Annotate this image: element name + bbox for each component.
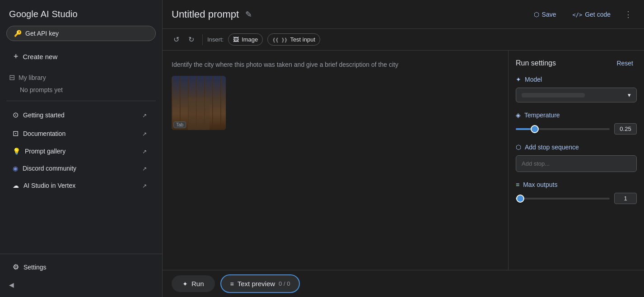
save-button[interactable]: Save	[528, 8, 562, 21]
text-preview-button[interactable]: Text preview 0 / 0	[220, 274, 300, 293]
prompt-text: Identify the city where this photo was t…	[172, 60, 499, 70]
getting-started-icon	[13, 111, 19, 119]
sidebar-divider-1	[6, 101, 156, 101]
create-new-button[interactable]: Create new	[6, 47, 156, 66]
insert-label: Insert:	[207, 36, 224, 43]
external-link-icon-vertex	[142, 182, 149, 189]
edit-title-button[interactable]	[243, 8, 254, 21]
run-settings-panel: Run settings Reset Model ▾	[509, 51, 644, 270]
vertex-icon	[13, 182, 19, 189]
get-code-button[interactable]: Get code	[567, 8, 616, 21]
undo-button[interactable]	[170, 32, 183, 46]
prompt-gallery-label: Prompt gallery	[25, 148, 65, 155]
sidebar-bottom: Settings	[0, 254, 162, 297]
test-input-label: Test input	[290, 36, 315, 43]
more-icon	[624, 12, 632, 19]
my-library-label: My library	[19, 74, 46, 81]
model-section: Model ▾	[516, 76, 637, 102]
sidebar-item-prompt-gallery[interactable]: Prompt gallery	[4, 143, 159, 159]
panel-header: Run settings Reset	[516, 58, 637, 69]
temperature-slider-track	[516, 128, 610, 130]
temperature-section: Temperature 0.25	[516, 111, 637, 135]
run-button[interactable]: Run	[172, 275, 215, 292]
external-link-icon-discord	[142, 165, 149, 172]
image-label: Image	[242, 36, 258, 43]
code-icon	[572, 11, 582, 18]
toolbar-divider	[202, 34, 203, 45]
discord-community-label: Discord community	[23, 165, 76, 172]
stop-sequence-label: Add stop sequence	[516, 144, 637, 151]
model-section-label: Model	[516, 76, 637, 83]
max-outputs-slider-track	[516, 198, 610, 200]
api-key-button[interactable]: Get API key	[6, 26, 156, 41]
max-outputs-slider-thumb[interactable]	[516, 195, 524, 203]
test-input-button[interactable]: Test input	[267, 33, 320, 46]
editor-toolbar: Insert: Image Test input	[163, 29, 644, 51]
preview-counter: 0 / 0	[279, 280, 290, 287]
collapse-icon	[9, 281, 14, 289]
external-link-icon-docs	[142, 130, 149, 137]
tab-badge: Tab	[173, 121, 186, 128]
bottom-bar: Run Text preview 0 / 0	[163, 270, 644, 297]
prompt-image-container: Tab	[172, 76, 226, 130]
sidebar-item-vertex[interactable]: AI Studio in Vertex	[4, 177, 159, 194]
image-icon	[233, 36, 239, 43]
prompt-title-area: Untitled prompt	[172, 8, 523, 21]
settings-icon	[13, 263, 19, 271]
header-actions: Save Get code	[528, 7, 635, 22]
api-key-label: Get API key	[25, 30, 59, 37]
stop-sequence-input[interactable]	[516, 155, 637, 172]
dropdown-chevron-icon: ▾	[628, 92, 631, 98]
external-link-icon	[142, 111, 149, 119]
run-label: Run	[191, 280, 204, 288]
run-icon	[182, 280, 188, 288]
getting-started-label: Getting started	[23, 111, 65, 119]
temperature-slider-thumb[interactable]	[531, 125, 539, 133]
max-outputs-value[interactable]: 1	[614, 193, 637, 204]
temperature-section-label: Temperature	[516, 111, 637, 119]
library-icon	[9, 73, 15, 82]
temperature-icon	[516, 111, 521, 119]
edit-icon	[245, 12, 252, 19]
more-options-button[interactable]	[621, 7, 635, 22]
outputs-icon	[516, 181, 519, 188]
preview-icon	[230, 280, 234, 288]
add-stop-sequence-label: Add stop sequence	[525, 144, 579, 151]
run-settings-title: Run settings	[516, 59, 556, 67]
stop-icon	[516, 144, 521, 151]
my-library-section: My library	[0, 70, 162, 84]
reset-button[interactable]: Reset	[613, 58, 637, 69]
temperature-value[interactable]: 0.25	[614, 123, 637, 135]
temperature-slider-container: 0.25	[516, 123, 637, 135]
no-prompts-label: No prompts yet	[20, 86, 63, 93]
model-selected-text	[522, 93, 585, 97]
sidebar-item-documentation[interactable]: Documentation	[4, 125, 159, 142]
undo-icon	[173, 35, 179, 44]
save-icon	[534, 11, 539, 18]
collapse-sidebar-button[interactable]	[0, 276, 162, 293]
braces-icon	[272, 36, 287, 43]
model-icon	[516, 76, 521, 83]
sidebar-item-getting-started[interactable]: Getting started	[4, 106, 159, 124]
prompt-editor[interactable]: Identify the city where this photo was t…	[163, 51, 509, 270]
main-header: Untitled prompt Save Get code	[163, 0, 644, 29]
key-icon	[14, 30, 22, 37]
settings-label: Settings	[23, 264, 47, 271]
stop-sequence-section: Add stop sequence	[516, 144, 637, 172]
max-outputs-slider-container: 1	[516, 193, 637, 204]
reset-label: Reset	[616, 60, 633, 67]
insert-image-button[interactable]: Image	[228, 33, 263, 46]
sidebar-item-settings[interactable]: Settings	[4, 258, 159, 276]
redo-button[interactable]	[185, 32, 198, 46]
main-content: Untitled prompt Save Get code	[163, 0, 644, 297]
text-preview-label: Text preview	[238, 280, 275, 288]
no-prompts-message: No prompts yet	[0, 84, 162, 96]
sidebar: Google AI Studio Get API key Create new …	[0, 0, 163, 297]
app-title: Google AI Studio	[9, 9, 78, 19]
model-selector[interactable]: ▾	[516, 88, 637, 102]
get-code-label: Get code	[585, 11, 611, 18]
save-label: Save	[542, 11, 556, 18]
sidebar-item-discord[interactable]: Discord community	[4, 160, 159, 176]
redo-icon	[188, 35, 194, 44]
plus-icon	[14, 52, 19, 61]
